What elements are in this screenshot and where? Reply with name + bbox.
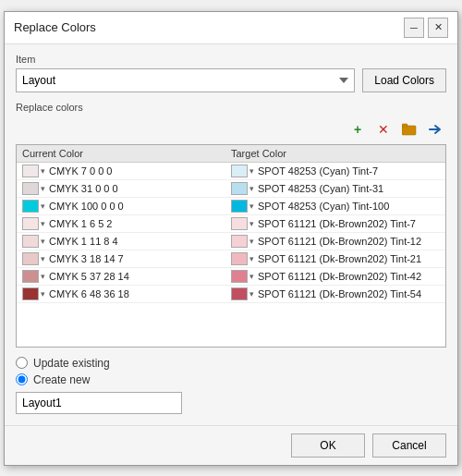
create-new-option[interactable]: Create new: [16, 373, 446, 386]
update-existing-label: Update existing: [33, 357, 110, 370]
target-swatch-wrap: ▾: [231, 217, 254, 230]
current-swatch-arrow[interactable]: ▾: [41, 219, 45, 228]
current-swatch-wrap: ▾: [22, 252, 45, 265]
current-swatch-wrap: ▾: [22, 270, 45, 283]
load-colors-button[interactable]: Load Colors: [362, 68, 446, 92]
current-color-swatch: [22, 252, 39, 265]
toolbar: + ✕: [16, 118, 446, 140]
current-color-name: CMYK 1 6 5 2: [49, 218, 112, 229]
target-color-swatch: [231, 252, 248, 265]
folder-icon: [402, 123, 417, 136]
item-label: Item: [16, 54, 446, 65]
current-color-cell: ▾ CMYK 1 11 8 4: [22, 235, 231, 248]
current-swatch-arrow[interactable]: ▾: [41, 254, 45, 263]
table-row[interactable]: ▾ CMYK 31 0 0 0 ▾ SPOT 48253 (Cyan) Tint…: [17, 180, 445, 198]
target-color-swatch: [231, 165, 248, 177]
remove-button[interactable]: ✕: [372, 118, 395, 140]
current-swatch-arrow[interactable]: ▾: [41, 272, 45, 281]
replace-colors-dialog: Replace Colors ─ ✕ Item Layout Load Colo…: [4, 11, 458, 466]
target-color-name: SPOT 61121 (Dk-Brown202) Tint-42: [258, 271, 421, 282]
svg-rect-0: [402, 126, 416, 135]
current-color-name: CMYK 6 48 36 18: [49, 288, 129, 299]
current-swatch-wrap: ▾: [22, 287, 45, 300]
current-color-cell: ▾ CMYK 100 0 0 0: [22, 200, 231, 213]
update-existing-option[interactable]: Update existing: [16, 357, 446, 370]
target-swatch-arrow[interactable]: ▾: [249, 201, 254, 211]
target-color-name: SPOT 61121 (Dk-Brown202) Tint-21: [258, 253, 421, 264]
target-swatch-arrow[interactable]: ▾: [249, 237, 254, 246]
current-color-cell: ▾ CMYK 3 18 14 7: [22, 252, 231, 265]
current-color-swatch: [22, 200, 39, 213]
current-swatch-wrap: ▾: [22, 217, 45, 230]
target-color-cell: ▾ SPOT 61121 (Dk-Brown202) Tint-54: [231, 287, 440, 300]
target-color-swatch: [231, 287, 248, 300]
table-header: Current Color Target Color: [17, 145, 445, 163]
current-color-name: CMYK 31 0 0 0: [49, 183, 118, 194]
target-color-cell: ▾ SPOT 48253 (Cyan) Tint-7: [231, 165, 440, 177]
target-swatch-arrow[interactable]: ▾: [249, 184, 254, 193]
add-button[interactable]: +: [346, 118, 369, 140]
target-swatch-arrow[interactable]: ▾: [249, 289, 254, 299]
header-target: Target Color: [231, 148, 440, 159]
target-color-name: SPOT 48253 (Cyan) Tint-7: [258, 165, 378, 177]
item-select[interactable]: Layout: [16, 68, 355, 92]
cancel-button[interactable]: Cancel: [372, 433, 446, 458]
current-swatch-arrow[interactable]: ▾: [41, 289, 45, 299]
target-swatch-arrow[interactable]: ▾: [249, 219, 254, 228]
dialog-title: Replace Colors: [14, 20, 96, 34]
new-name-input[interactable]: [16, 392, 182, 414]
current-swatch-arrow[interactable]: ▾: [41, 237, 45, 246]
table-row[interactable]: ▾ CMYK 7 0 0 0 ▾ SPOT 48253 (Cyan) Tint-…: [17, 163, 445, 180]
target-swatch-wrap: ▾: [231, 165, 254, 177]
item-row: Layout Load Colors: [16, 68, 446, 92]
target-swatch-arrow[interactable]: ▾: [249, 166, 254, 176]
folder-button[interactable]: [398, 118, 420, 140]
target-swatch-wrap: ▾: [231, 200, 254, 213]
table-rows: ▾ CMYK 7 0 0 0 ▾ SPOT 48253 (Cyan) Tint-…: [17, 163, 445, 303]
target-color-swatch: [231, 235, 248, 248]
target-color-swatch: [231, 200, 248, 213]
current-swatch-wrap: ▾: [22, 165, 45, 177]
arrow-button[interactable]: [424, 118, 446, 140]
create-new-label: Create new: [33, 373, 90, 386]
close-button[interactable]: ✕: [428, 18, 448, 38]
ok-button[interactable]: OK: [291, 433, 365, 458]
table-row[interactable]: ▾ CMYK 100 0 0 0 ▾ SPOT 48253 (Cyan) Tin…: [17, 198, 445, 215]
color-table[interactable]: Current Color Target Color ▾ CMYK 7 0 0 …: [16, 144, 446, 348]
current-color-swatch: [22, 165, 39, 177]
current-swatch-arrow[interactable]: ▾: [41, 166, 45, 176]
target-color-name: SPOT 48253 (Cyan) Tint-100: [258, 201, 389, 212]
current-color-cell: ▾ CMYK 5 37 28 14: [22, 270, 231, 283]
target-swatch-wrap: ▾: [231, 252, 254, 265]
current-swatch-arrow[interactable]: ▾: [41, 184, 45, 193]
update-existing-radio[interactable]: [16, 357, 28, 369]
table-row[interactable]: ▾ CMYK 5 37 28 14 ▾ SPOT 61121 (Dk-Brown…: [17, 268, 445, 286]
target-color-swatch: [231, 217, 248, 230]
minimize-button[interactable]: ─: [404, 18, 424, 38]
target-swatch-wrap: ▾: [231, 235, 254, 248]
table-row[interactable]: ▾ CMYK 3 18 14 7 ▾ SPOT 61121 (Dk-Brown2…: [17, 250, 445, 268]
create-new-radio[interactable]: [16, 373, 28, 385]
target-color-cell: ▾ SPOT 61121 (Dk-Brown202) Tint-42: [231, 270, 440, 283]
current-color-name: CMYK 3 18 14 7: [49, 253, 124, 264]
table-row[interactable]: ▾ CMYK 6 48 36 18 ▾ SPOT 61121 (Dk-Brown…: [17, 286, 445, 303]
target-swatch-arrow[interactable]: ▾: [249, 272, 254, 281]
current-color-cell: ▾ CMYK 1 6 5 2: [22, 217, 231, 230]
table-row[interactable]: ▾ CMYK 1 11 8 4 ▾ SPOT 61121 (Dk-Brown20…: [17, 233, 445, 250]
target-swatch-wrap: ▾: [231, 287, 254, 300]
target-color-name: SPOT 48253 (Cyan) Tint-31: [258, 183, 383, 194]
current-color-name: CMYK 5 37 28 14: [49, 271, 129, 282]
current-color-name: CMYK 7 0 0 0: [49, 165, 112, 177]
table-row[interactable]: ▾ CMYK 1 6 5 2 ▾ SPOT 61121 (Dk-Brown202…: [17, 215, 445, 233]
target-swatch-arrow[interactable]: ▾: [249, 254, 254, 263]
current-color-cell: ▾ CMYK 31 0 0 0: [22, 182, 231, 195]
current-color-swatch: [22, 235, 39, 248]
dialog-body: Item Layout Load Colors Replace colors +…: [5, 44, 457, 425]
current-swatch-wrap: ▾: [22, 235, 45, 248]
current-swatch-wrap: ▾: [22, 200, 45, 213]
target-color-swatch: [231, 182, 248, 195]
target-swatch-wrap: ▾: [231, 270, 254, 283]
replace-colors-label: Replace colors: [16, 102, 446, 113]
title-bar-controls: ─ ✕: [404, 18, 448, 38]
current-swatch-arrow[interactable]: ▾: [41, 201, 45, 211]
